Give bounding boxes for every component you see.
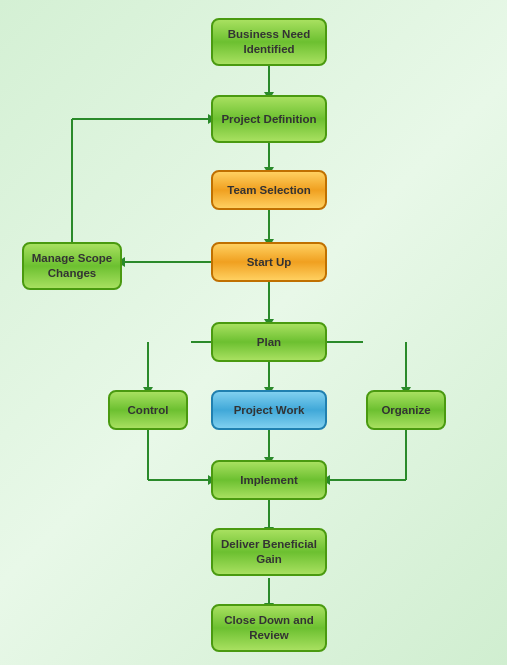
business-need-box: Business Need Identified	[211, 18, 327, 66]
deliver-box: Deliver Beneficial Gain	[211, 528, 327, 576]
flowchart: Business Need Identified Project Definit…	[0, 0, 507, 665]
manage-scope-box: Manage Scope Changes	[22, 242, 122, 290]
organize-box: Organize	[366, 390, 446, 430]
implement-box: Implement	[211, 460, 327, 500]
close-down-box: Close Down and Review	[211, 604, 327, 652]
project-definition-box: Project Definition	[211, 95, 327, 143]
start-up-box: Start Up	[211, 242, 327, 282]
project-work-box: Project Work	[211, 390, 327, 430]
plan-box: Plan	[211, 322, 327, 362]
team-selection-box: Team Selection	[211, 170, 327, 210]
control-box: Control	[108, 390, 188, 430]
